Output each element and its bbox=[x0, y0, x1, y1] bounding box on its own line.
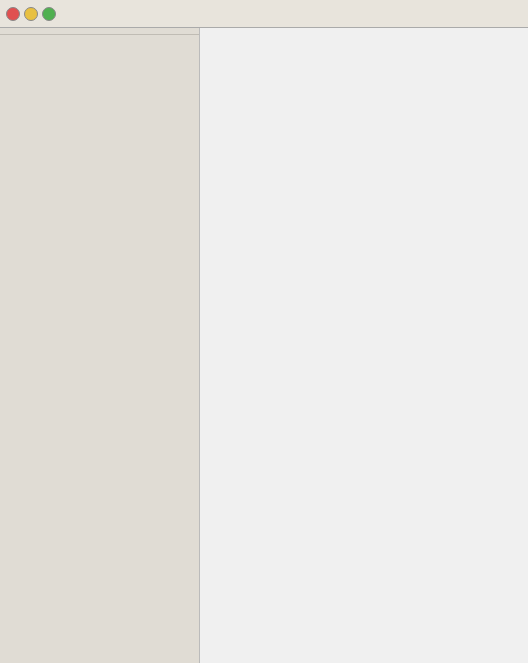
main-area bbox=[0, 28, 528, 663]
close-button[interactable] bbox=[6, 7, 20, 21]
minimize-button[interactable] bbox=[24, 7, 38, 21]
window-controls bbox=[6, 7, 56, 21]
fractal-canvas[interactable] bbox=[200, 28, 528, 663]
params-title bbox=[0, 28, 199, 35]
canvas-area[interactable] bbox=[200, 28, 528, 663]
maximize-button[interactable] bbox=[42, 7, 56, 21]
title-bar bbox=[0, 0, 528, 28]
params-panel bbox=[0, 28, 200, 663]
